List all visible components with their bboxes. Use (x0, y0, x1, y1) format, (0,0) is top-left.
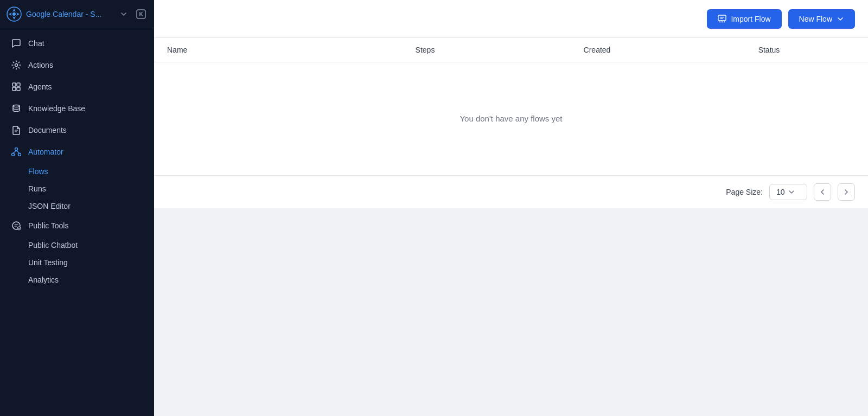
table-header: Name Steps Created Status (154, 38, 868, 62)
empty-message: You don't have any flows yet (459, 114, 562, 123)
chevron-left-icon (819, 188, 826, 196)
page-size-chevron-icon (788, 189, 795, 195)
agents-icon (11, 81, 22, 92)
column-status: Status (683, 46, 855, 54)
prev-page-button[interactable] (814, 183, 831, 201)
import-icon (718, 15, 726, 23)
dropdown-button[interactable] (117, 8, 130, 21)
sidebar-header: Google Calendar - S... K (0, 0, 154, 28)
sidebar-subitem-public-chatbot[interactable]: Public Chatbot (0, 236, 154, 254)
sidebar-item-chat-label: Chat (28, 39, 44, 48)
page-size-label: Page Size: (726, 188, 763, 196)
import-flow-button[interactable]: Import Flow (707, 9, 781, 29)
sidebar-item-knowledge-base[interactable]: Knowledge Base (0, 98, 154, 119)
empty-state: You don't have any flows yet (154, 62, 868, 175)
svg-point-12 (15, 148, 18, 151)
new-flow-button[interactable]: New Flow (788, 9, 855, 29)
svg-rect-19 (718, 15, 726, 21)
sidebar-nav: Chat Actions Agents (0, 28, 154, 416)
page-size-value: 10 (776, 188, 785, 196)
sidebar-subitem-analytics-label: Analytics (28, 276, 59, 284)
sidebar-item-agents[interactable]: Agents (0, 76, 154, 98)
chat-icon (11, 38, 22, 49)
sidebar-subitem-unit-testing-label: Unit Testing (28, 258, 68, 267)
toolbar: Import Flow New Flow (154, 0, 868, 38)
sidebar-item-knowledge-base-label: Knowledge Base (28, 104, 85, 113)
app-logo-icon (7, 7, 22, 22)
svg-point-13 (12, 153, 15, 156)
sidebar: Google Calendar - S... K Chat (0, 0, 154, 416)
content-area: Import Flow New Flow Name Steps Created … (154, 0, 868, 208)
sidebar-subitem-runs-label: Runs (28, 184, 46, 193)
svg-point-1 (12, 12, 16, 16)
sidebar-subitem-flows[interactable]: Flows (0, 163, 154, 180)
next-page-button[interactable] (838, 183, 855, 201)
sidebar-item-automator-label: Automator (28, 148, 63, 156)
sidebar-item-public-tools[interactable]: Public Tools (0, 215, 154, 236)
sidebar-item-chat[interactable]: Chat (0, 33, 154, 54)
chat-bubble-icon (11, 220, 22, 231)
sidebar-item-actions-label: Actions (28, 61, 53, 69)
sidebar-item-automator[interactable]: Automator (0, 141, 154, 163)
k-button[interactable]: K (135, 8, 148, 21)
sidebar-item-documents-label: Documents (28, 126, 67, 135)
column-steps: Steps (339, 46, 511, 54)
chevron-right-icon (843, 188, 850, 196)
svg-point-9 (13, 105, 20, 107)
column-created: Created (511, 46, 683, 54)
new-flow-label: New Flow (799, 15, 832, 23)
gear-icon (11, 60, 22, 71)
svg-text:K: K (139, 11, 143, 17)
svg-rect-7 (12, 87, 16, 91)
main-content: Import Flow New Flow Name Steps Created … (154, 0, 868, 416)
pagination-bar: Page Size: 10 (154, 175, 868, 208)
sidebar-item-actions[interactable]: Actions (0, 54, 154, 76)
sidebar-subitem-json-editor-label: JSON Editor (28, 202, 71, 210)
database-icon (11, 103, 22, 114)
sidebar-subitem-runs[interactable]: Runs (0, 180, 154, 197)
svg-rect-6 (17, 83, 20, 86)
lower-area (154, 208, 868, 417)
sidebar-subitem-public-chatbot-label: Public Chatbot (28, 241, 78, 249)
app-title: Google Calendar - S... (26, 10, 113, 18)
import-flow-label: Import Flow (731, 15, 770, 23)
page-size-select[interactable]: 10 (769, 184, 807, 200)
chevron-down-icon (837, 15, 844, 23)
svg-line-15 (13, 151, 16, 153)
sidebar-subitem-flows-label: Flows (28, 167, 48, 176)
sidebar-item-public-tools-label: Public Tools (28, 221, 68, 230)
svg-line-16 (16, 151, 20, 153)
svg-point-4 (15, 64, 18, 67)
sidebar-subitem-analytics[interactable]: Analytics (0, 271, 154, 289)
document-icon (11, 125, 22, 136)
svg-rect-5 (12, 83, 16, 86)
column-name: Name (167, 46, 339, 54)
automator-icon (11, 146, 22, 157)
sidebar-subitem-unit-testing[interactable]: Unit Testing (0, 254, 154, 271)
svg-rect-8 (17, 87, 20, 91)
sidebar-item-documents[interactable]: Documents (0, 119, 154, 141)
sidebar-item-agents-label: Agents (28, 82, 52, 91)
svg-point-14 (18, 153, 21, 156)
sidebar-subitem-json-editor[interactable]: JSON Editor (0, 197, 154, 215)
